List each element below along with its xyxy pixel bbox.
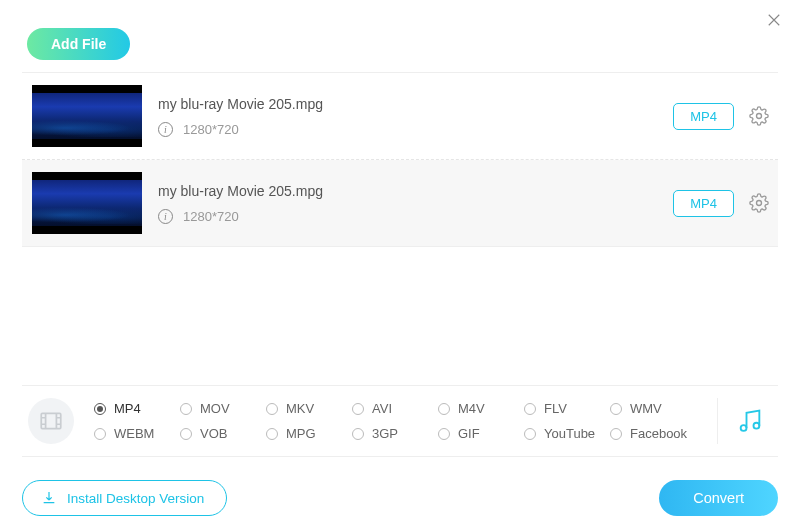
file-list: my blu-ray Movie 205.mpg i 1280*720 MP4 … bbox=[22, 72, 778, 247]
radio-icon bbox=[524, 428, 536, 440]
install-desktop-button[interactable]: Install Desktop Version bbox=[22, 480, 227, 516]
radio-icon bbox=[610, 428, 622, 440]
format-option-vob[interactable]: VOB bbox=[180, 426, 266, 441]
file-meta: my blu-ray Movie 205.mpg i 1280*720 bbox=[158, 183, 673, 224]
file-resolution: 1280*720 bbox=[183, 122, 239, 137]
format-option-3gp[interactable]: 3GP bbox=[352, 426, 438, 441]
format-option-label: M4V bbox=[458, 401, 485, 416]
radio-icon bbox=[266, 403, 278, 415]
install-desktop-label: Install Desktop Version bbox=[67, 491, 204, 506]
add-file-button[interactable]: Add File bbox=[27, 28, 130, 60]
video-category-icon[interactable] bbox=[28, 398, 74, 444]
video-thumbnail bbox=[32, 172, 142, 234]
radio-icon bbox=[352, 403, 364, 415]
format-option-label: AVI bbox=[372, 401, 392, 416]
divider bbox=[717, 398, 718, 444]
format-option-label: FLV bbox=[544, 401, 567, 416]
format-option-flv[interactable]: FLV bbox=[524, 401, 610, 416]
radio-icon bbox=[352, 428, 364, 440]
svg-point-3 bbox=[741, 425, 747, 431]
radio-icon bbox=[266, 428, 278, 440]
close-icon[interactable] bbox=[762, 8, 786, 32]
music-category-icon[interactable] bbox=[736, 407, 764, 435]
format-option-label: Facebook bbox=[630, 426, 687, 441]
format-option-label: 3GP bbox=[372, 426, 398, 441]
radio-icon bbox=[94, 428, 106, 440]
radio-icon bbox=[438, 403, 450, 415]
format-option-mpg[interactable]: MPG bbox=[266, 426, 352, 441]
info-icon[interactable]: i bbox=[158, 209, 173, 224]
format-option-mp4[interactable]: MP4 bbox=[94, 401, 180, 416]
radio-icon bbox=[524, 403, 536, 415]
gear-icon[interactable] bbox=[748, 105, 770, 127]
format-option-label: YouTube bbox=[544, 426, 595, 441]
format-option-gif[interactable]: GIF bbox=[438, 426, 524, 441]
format-option-mkv[interactable]: MKV bbox=[266, 401, 352, 416]
svg-point-1 bbox=[757, 201, 762, 206]
radio-icon bbox=[438, 428, 450, 440]
file-resolution: 1280*720 bbox=[183, 209, 239, 224]
radio-icon bbox=[94, 403, 106, 415]
formats-grid: MP4MOVMKVAVIM4VFLVWMVWEBMVOBMPG3GPGIFYou… bbox=[94, 401, 699, 441]
format-option-label: MP4 bbox=[114, 401, 141, 416]
radio-icon bbox=[180, 428, 192, 440]
format-option-label: MPG bbox=[286, 426, 316, 441]
format-option-mov[interactable]: MOV bbox=[180, 401, 266, 416]
file-row[interactable]: my blu-ray Movie 205.mpg i 1280*720 MP4 bbox=[22, 73, 778, 160]
format-option-facebook[interactable]: Facebook bbox=[610, 426, 696, 441]
format-option-label: MKV bbox=[286, 401, 314, 416]
info-icon[interactable]: i bbox=[158, 122, 173, 137]
output-format-button[interactable]: MP4 bbox=[673, 103, 734, 130]
file-name: my blu-ray Movie 205.mpg bbox=[158, 183, 673, 199]
format-option-m4v[interactable]: M4V bbox=[438, 401, 524, 416]
convert-button[interactable]: Convert bbox=[659, 480, 778, 516]
format-option-label: WMV bbox=[630, 401, 662, 416]
radio-icon bbox=[180, 403, 192, 415]
output-format-button[interactable]: MP4 bbox=[673, 190, 734, 217]
file-name: my blu-ray Movie 205.mpg bbox=[158, 96, 673, 112]
file-row[interactable]: my blu-ray Movie 205.mpg i 1280*720 MP4 bbox=[22, 160, 778, 247]
bottom-bar: Install Desktop Version Convert bbox=[22, 480, 778, 516]
format-option-webm[interactable]: WEBM bbox=[94, 426, 180, 441]
format-option-label: VOB bbox=[200, 426, 227, 441]
format-option-youtube[interactable]: YouTube bbox=[524, 426, 610, 441]
format-option-label: MOV bbox=[200, 401, 230, 416]
svg-point-4 bbox=[754, 423, 760, 429]
file-meta: my blu-ray Movie 205.mpg i 1280*720 bbox=[158, 96, 673, 137]
svg-point-0 bbox=[757, 114, 762, 119]
format-option-label: GIF bbox=[458, 426, 480, 441]
gear-icon[interactable] bbox=[748, 192, 770, 214]
video-thumbnail bbox=[32, 85, 142, 147]
format-option-label: WEBM bbox=[114, 426, 154, 441]
download-icon bbox=[41, 490, 57, 506]
format-option-wmv[interactable]: WMV bbox=[610, 401, 696, 416]
radio-icon bbox=[610, 403, 622, 415]
svg-rect-2 bbox=[41, 413, 61, 428]
format-option-avi[interactable]: AVI bbox=[352, 401, 438, 416]
format-bar: MP4MOVMKVAVIM4VFLVWMVWEBMVOBMPG3GPGIFYou… bbox=[22, 385, 778, 457]
